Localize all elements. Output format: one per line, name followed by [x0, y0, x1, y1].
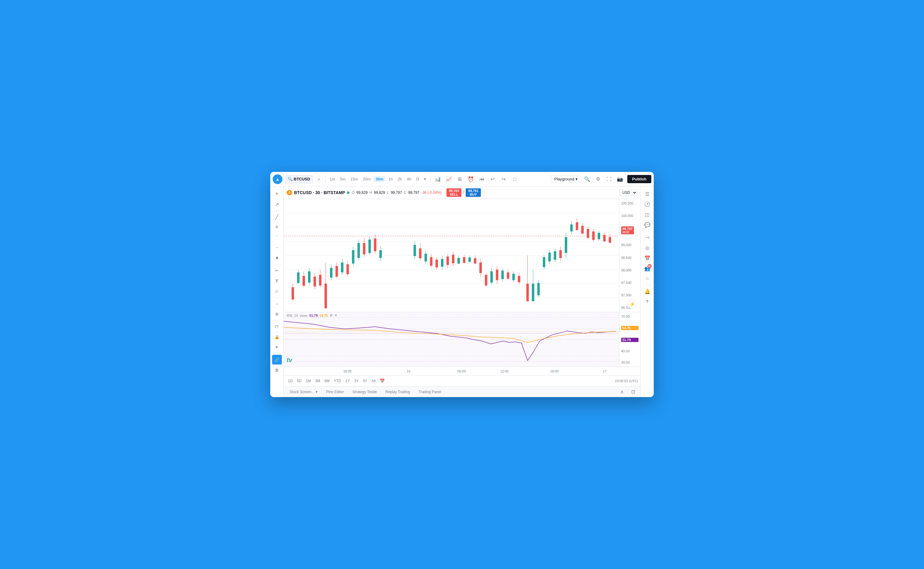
tf-d[interactable]: D [414, 176, 421, 182]
fullscreen-button[interactable]: ⛶ [604, 174, 614, 184]
search-zoom-button[interactable]: 🔍 [582, 174, 592, 184]
range-1y[interactable]: 1Y [344, 378, 352, 384]
watchlist-button[interactable]: ☰ [642, 189, 652, 199]
tab-strategy-tester[interactable]: Strategy Tester [349, 389, 381, 395]
link-tool[interactable]: 🔗 [272, 355, 282, 365]
community-button[interactable]: 👥 56 [642, 263, 652, 273]
playground-button[interactable]: Playground ▾ [551, 175, 581, 183]
rewind-button[interactable]: ⏮ [477, 174, 487, 184]
range-6m[interactable]: 6M [323, 378, 332, 384]
add-symbol-button[interactable]: + [315, 176, 323, 183]
tab-trading-panel[interactable]: Trading Panel [415, 389, 444, 395]
rectangle-button[interactable]: □ [510, 174, 519, 184]
tab-replay-trading[interactable]: Replay Trading [382, 389, 414, 395]
range-3m[interactable]: 3M [313, 378, 322, 384]
tf-2h[interactable]: 2h [396, 176, 403, 182]
time-1800-2: 18:00 [550, 370, 559, 373]
calendar-button[interactable]: 📅 [642, 253, 652, 263]
svg-rect-38 [374, 239, 376, 251]
range-5d[interactable]: 5D [295, 378, 303, 384]
rsi-70: 70.00 [621, 315, 639, 318]
rsi-chart [284, 312, 619, 367]
svg-rect-42 [414, 245, 416, 256]
pencil-tool[interactable]: ✏ [272, 266, 282, 275]
lock-tool[interactable]: 🔒 [272, 332, 282, 342]
measure-tool[interactable]: ↔ [272, 299, 282, 309]
tf-15m[interactable]: 15m [349, 176, 360, 182]
chart-type-button[interactable]: 📈 [444, 174, 454, 184]
timeframe-dropdown[interactable]: ▾ [422, 176, 428, 182]
rsi-edit-icon[interactable]: ⚙ [330, 313, 333, 317]
cursor-tool[interactable]: ↗ [272, 199, 282, 209]
pattern-tool[interactable]: ✱ [272, 253, 282, 263]
price-97500: 97,500 [621, 281, 639, 284]
collapse-panel-button[interactable]: ∧ [617, 387, 627, 397]
tf-20m[interactable]: 20m [361, 176, 373, 182]
history-button[interactable]: 🕐 [642, 199, 652, 209]
chart-canvas[interactable]: 100,500 100,000 99,797 29:57 99,000 98,5… [284, 199, 640, 367]
price-scale-button[interactable]: ⊣ [642, 233, 652, 242]
range-bar: 1D 5D 1M 3M 6M YTD 1Y 3Y 5Y All 📅 23:00:… [284, 375, 640, 386]
tab-stock-screener[interactable]: Stock Screen... ▾ [286, 389, 321, 395]
rsi-header: RSI 14 close 51.79 54.75 ⚙ ✕ [287, 313, 337, 317]
settings-button[interactable]: ⚙ [593, 174, 603, 184]
path-tool[interactable]: ⌒ [272, 233, 282, 242]
svg-rect-92 [554, 251, 556, 260]
magnet-tool[interactable]: ⊓ [272, 322, 282, 332]
help-button[interactable]: ? [642, 297, 652, 306]
logo-button[interactable]: ▲ [273, 174, 282, 184]
close-label: C [404, 190, 406, 195]
lt-divider-3 [273, 297, 281, 298]
bottom-tabs-right: ∧ ⊡ [617, 387, 638, 397]
tab-pine-editor[interactable]: Pine Editor [322, 389, 347, 395]
redo-button[interactable]: ↪ [499, 174, 508, 184]
range-5y[interactable]: 5Y [361, 378, 369, 384]
lightning-button[interactable]: ⚡ [627, 299, 637, 309]
publish-button[interactable]: Publish [627, 175, 651, 183]
svg-rect-106 [592, 231, 595, 240]
buy-box[interactable]: 99,791 BUY [466, 188, 481, 197]
svg-rect-60 [463, 257, 465, 263]
trash-tool[interactable]: 🗑 [272, 365, 282, 375]
maximize-panel-button[interactable]: ⊡ [628, 387, 638, 397]
indicators-button[interactable]: 📊 [433, 174, 443, 184]
screener-button[interactable]: ○ [642, 274, 652, 284]
range-1d[interactable]: 1D [286, 378, 294, 384]
crosshair-tool[interactable]: + [272, 189, 282, 199]
snapshot-button[interactable]: 📷 [615, 174, 625, 184]
currency-select[interactable]: USD BTC [619, 189, 637, 196]
svg-rect-66 [480, 263, 482, 273]
layout-button[interactable]: ⊞ [455, 174, 465, 184]
undo-button[interactable]: ↩ [488, 174, 498, 184]
sell-box[interactable]: 99,784 SELL [446, 188, 462, 197]
text-tool[interactable]: T [272, 276, 282, 286]
left-toolbar: + ↗ ╱ ≡ ⌒ ⋯ ✱ ✏ T ☺ ↔ ⊕ ⊓ 🔒 👁 🔗 🗑 [270, 187, 284, 397]
tf-1m[interactable]: 1m [328, 176, 337, 182]
tf-30m[interactable]: 30m [374, 176, 385, 182]
symbol-search[interactable]: 🔍 BTCUSD [285, 175, 313, 184]
range-all[interactable]: All [370, 378, 378, 384]
alerts-button[interactable]: 🔔 [642, 286, 652, 296]
range-1m[interactable]: 1M [304, 378, 313, 384]
tf-1h[interactable]: 1h [387, 176, 394, 182]
rsi-close-icon[interactable]: ✕ [335, 313, 337, 317]
drawing-tool[interactable]: ≡ [272, 222, 282, 232]
replay-button[interactable]: ⏰ [466, 174, 476, 184]
svg-rect-68 [485, 275, 487, 285]
date-picker-button[interactable]: 📅 [378, 377, 387, 384]
layers-button[interactable]: ◫ [642, 210, 652, 219]
tf-4h[interactable]: 4h [405, 176, 413, 182]
tf-5m[interactable]: 5m [338, 176, 347, 182]
line-tool[interactable]: ╱ [272, 212, 282, 222]
brush-tool[interactable]: ⋯ [272, 243, 282, 253]
lt-divider-5 [273, 353, 281, 354]
emoji-tool[interactable]: ☺ [272, 286, 282, 296]
range-ytd[interactable]: YTD [332, 378, 343, 384]
svg-rect-20 [324, 284, 327, 308]
range-3y[interactable]: 3Y [352, 378, 360, 384]
zoom-tool[interactable]: ⊕ [272, 309, 282, 319]
svg-rect-12 [303, 276, 305, 286]
eye-tool[interactable]: 👁 [272, 342, 282, 352]
crosshair-settings-button[interactable]: ◎ [642, 243, 652, 253]
chat-button[interactable]: 💬 [642, 220, 652, 230]
